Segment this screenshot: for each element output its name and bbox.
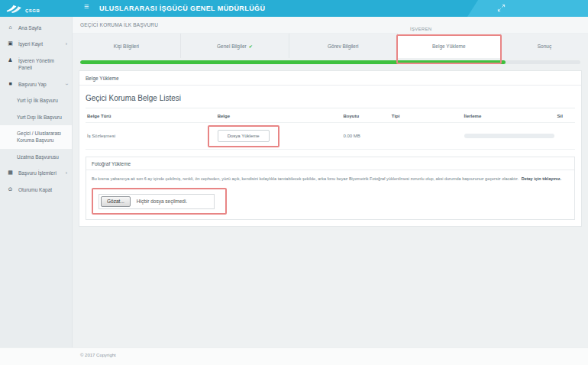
tab-belge-yukleme[interactable]: Belge Yükleme: [398, 34, 501, 58]
sidebar-item-label: Ana Sayfa: [18, 24, 41, 31]
header-accent-shape: [467, 0, 588, 17]
col-ilerleme: İlerleme: [463, 109, 556, 123]
photo-instructions: Bu kısma yabancıya ait son 6 ay içinde ç…: [92, 176, 569, 182]
tab-genel-bilgiler[interactable]: Genel Bilgiler ✔: [181, 34, 289, 58]
main-content: GEÇİCİ KORUMA İLK BAŞVURU İŞVEREN Kişi B…: [73, 17, 588, 227]
progress-track: [80, 60, 580, 64]
workplace-icon: ▣: [7, 40, 14, 47]
table-header-row: Belge Türü Belge Boyutu Tipi İlerleme Si…: [86, 109, 575, 123]
brand-name: ÇSGB: [25, 8, 40, 13]
sidebar-item-basvuru-yap[interactable]: ■ Başvuru Yap ›: [0, 76, 72, 92]
tab-kisi-bilgileri[interactable]: Kişi Bilgileri: [73, 34, 181, 58]
cell-ilerleme: [463, 123, 556, 150]
grid-icon: ▦: [7, 169, 14, 176]
sidebar-subitem-gecici-uluslararasi-koruma-basvuru[interactable]: Geçici / Uluslararası Koruma Başvuru: [0, 125, 72, 149]
row-progress-track: [464, 134, 554, 138]
tab-gorev-bilgileri[interactable]: Görev Bilgileri: [289, 34, 398, 58]
chevron-down-icon: ›: [63, 83, 69, 85]
panel-title: Belge Yükleme: [79, 71, 581, 86]
photo-panel-title: Fotoğraf Yükleme: [86, 157, 574, 170]
home-icon: ⌂: [7, 24, 14, 31]
brand-logo[interactable]: ÇSGB: [0, 0, 73, 17]
sidebar-item-label: Başvuru Yap: [18, 81, 47, 88]
belge-yukleme-panel: Belge Yükleme Geçici Koruma Belge Listes…: [79, 70, 582, 227]
app-title: ULUSLARARASI İŞGÜCÜ GENEL MÜDÜRLÜĞÜ: [99, 5, 265, 12]
chevron-right-icon: ›: [66, 41, 67, 47]
col-belge-turu: Belge Türü: [86, 109, 216, 123]
sidebar: ⌂ Ana Sayfa ▣ İşyeri Kayıt › ♟ İşveren Y…: [0, 17, 73, 347]
sidebar-item-basvuru-islemleri[interactable]: ▦ Başvuru İşlemleri ›: [0, 165, 72, 181]
sidebar-item-ana-sayfa[interactable]: ⌂ Ana Sayfa: [0, 20, 72, 36]
col-boyutu: Boyutu: [341, 109, 389, 123]
copyright-text: © 2017 Copyright: [80, 353, 116, 357]
tab-label: Kişi Bilgileri: [114, 44, 139, 49]
col-belge: Belge: [216, 109, 342, 123]
sidebar-subitem-uzatma-basvurusu[interactable]: Uzatma Başvurusu: [0, 149, 72, 165]
sidebar-subitem-yurt-ici-ilk-basvuru[interactable]: Yurt İçi İlk Başvuru: [0, 92, 72, 108]
photo-instructions-text: Bu kısma yabancıya ait son 6 ay içinde ç…: [92, 176, 519, 181]
sidebar-subitem-label: Geçici / Uluslararası Koruma Başvuru: [17, 131, 61, 143]
sidebar-item-label: Oturumu Kapat: [18, 186, 52, 193]
col-tipi: Tipi: [390, 109, 463, 123]
sidebar-item-oturumu-kapat[interactable]: ⊙ Oturumu Kapat: [0, 182, 72, 198]
tab-label: Genel Bilgiler: [217, 44, 247, 49]
sidebar-subitem-yurt-disi-ilk-basvuru[interactable]: Yurt Dışı İlk Başvuru: [0, 109, 72, 125]
no-file-selected-label: Hiçbir dosya seçilmedi.: [137, 199, 187, 204]
cell-boyutu: 0.00 MB: [341, 123, 389, 150]
power-icon: ⊙: [7, 186, 14, 193]
wizard-progress: [73, 58, 588, 67]
app-header: ÇSGB ≡ ULUSLARARASI İŞGÜCÜ GENEL MÜDÜRLÜ…: [0, 0, 588, 17]
sidebar-item-isyeri-kayit[interactable]: ▣ İşyeri Kayıt ›: [0, 36, 72, 52]
csgb-logo-icon: [5, 4, 24, 14]
progress-fill: [80, 60, 506, 64]
belge-table: Belge Türü Belge Boyutu Tipi İlerleme Si…: [86, 109, 575, 150]
wizard-tabs: Kişi Bilgileri Genel Bilgiler ✔ Görev Bi…: [73, 34, 588, 58]
sidebar-subitem-label: Yurt İçi İlk Başvuru: [17, 98, 58, 103]
tab-label: Görev Bilgileri: [328, 44, 358, 49]
dosya-yukleme-button[interactable]: Dosya Yükleme: [218, 130, 270, 142]
table-row: İş Sözleşmesi Dosya Yükleme 0.00 MB: [86, 123, 575, 150]
detail-link[interactable]: Detay için tıklayınız.: [522, 176, 561, 181]
tab-label: Sonuç: [538, 44, 551, 49]
belge-listesi-title: Geçici Koruma Belge Listesi: [86, 90, 575, 108]
breadcrumb-bar: GEÇİCİ KORUMA İLK BAŞVURU İŞVEREN: [73, 17, 588, 34]
tab-label: Belge Yükleme: [432, 44, 466, 49]
menu-toggle-icon[interactable]: ≡: [84, 2, 89, 11]
chevron-right-icon: ›: [66, 170, 67, 176]
check-icon: ✔: [249, 44, 253, 49]
sidebar-subitem-label: Uzatma Başvurusu: [17, 154, 59, 160]
apply-icon: ■: [7, 80, 14, 88]
employer-label: İŞVEREN: [410, 27, 431, 31]
sidebar-subitem-label: Yurt Dışı İlk Başvuru: [17, 115, 62, 120]
fullscreen-icon[interactable]: [497, 4, 506, 12]
fotograf-yukleme-panel: Fotoğraf Yükleme Bu kısma yabancıya ait …: [86, 157, 575, 220]
sidebar-item-label: İşveren Yönetim Paneli: [18, 57, 64, 72]
col-sil: Sil: [556, 109, 575, 123]
tab-sonuc[interactable]: Sonuç: [501, 34, 588, 58]
sidebar-item-label: İşyeri Kayıt: [18, 40, 43, 47]
page-footer: © 2017 Copyright: [0, 347, 588, 365]
cell-sil: [556, 123, 575, 150]
photo-file-input[interactable]: Gözat... Hiçbir dosya seçilmedi.: [99, 194, 215, 209]
breadcrumb: GEÇİCİ KORUMA İLK BAŞVURU: [80, 22, 158, 27]
person-icon: ♟: [7, 57, 14, 64]
browse-button[interactable]: Gözat...: [101, 196, 131, 207]
cell-belge-turu: İş Sözleşmesi: [86, 123, 216, 150]
cell-tipi: [390, 123, 463, 150]
sidebar-item-isveren-yonetim-paneli[interactable]: ♟ İşveren Yönetim Paneli: [0, 53, 72, 76]
cell-belge: Dosya Yükleme: [216, 123, 342, 150]
sidebar-item-label: Başvuru İşlemleri: [18, 170, 57, 176]
app-window: ÇSGB ≡ ULUSLARARASI İŞGÜCÜ GENEL MÜDÜRLÜ…: [0, 0, 588, 365]
